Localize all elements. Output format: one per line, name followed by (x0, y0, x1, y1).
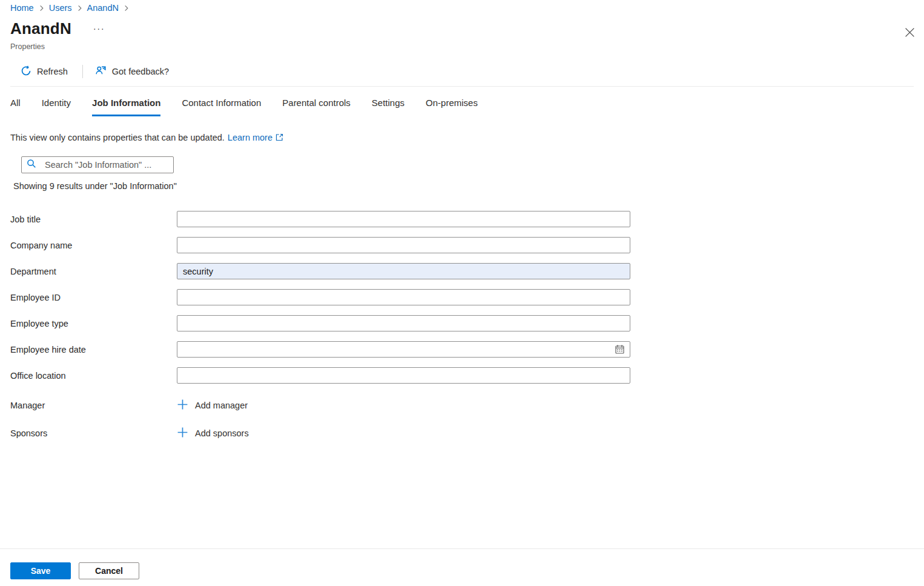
tab-settings[interactable]: Settings (372, 98, 404, 116)
form-row-office-location: Office location (10, 367, 914, 384)
plus-icon (177, 427, 188, 440)
toolbar-separator (82, 65, 83, 78)
company-name-input[interactable] (177, 237, 630, 253)
employee-type-input[interactable] (177, 315, 630, 331)
property-tabs: All Identity Job Information Contact Inf… (0, 87, 924, 116)
refresh-button[interactable]: Refresh (17, 63, 71, 81)
job-title-label: Job title (10, 215, 177, 224)
form-row-employee-id: Employee ID (10, 289, 914, 305)
form-row-job-title: Job title (10, 211, 914, 227)
department-label: Department (10, 267, 177, 276)
tab-on-premises[interactable]: On-premises (426, 98, 478, 116)
job-information-form: Job title Company name Department Employ… (10, 211, 914, 442)
plus-icon (177, 399, 188, 412)
close-icon (905, 27, 915, 39)
form-row-company-name: Company name (10, 237, 914, 253)
form-row-employee-hire-date: Employee hire date (10, 341, 914, 358)
job-title-input[interactable] (177, 211, 630, 227)
results-count-text: Showing 9 results under "Job Information… (13, 181, 914, 191)
more-options-button[interactable]: ··· (93, 24, 105, 33)
page-header: AnandN ··· (0, 13, 924, 38)
company-name-label: Company name (10, 241, 177, 250)
employee-id-label: Employee ID (10, 293, 177, 302)
search-box[interactable] (21, 156, 174, 173)
chevron-right-icon (123, 5, 130, 12)
external-link-icon (276, 133, 283, 143)
form-row-sponsors: Sponsors Add sponsors (10, 425, 914, 442)
info-text: This view only contains properties that … (10, 133, 225, 142)
got-feedback-button[interactable]: Got feedback? (91, 62, 173, 81)
breadcrumb-link-users[interactable]: Users (49, 3, 72, 13)
info-message: This view only contains properties that … (10, 133, 914, 142)
add-sponsors-label: Add sponsors (195, 428, 249, 438)
page-subtitle: Properties (0, 38, 924, 51)
form-row-employee-type: Employee type (10, 315, 914, 331)
breadcrumb: Home Users AnandN (0, 0, 924, 13)
refresh-icon (21, 65, 31, 78)
got-feedback-label: Got feedback? (112, 67, 169, 76)
sponsors-label: Sponsors (10, 428, 177, 438)
employee-hire-date-input[interactable] (177, 341, 630, 358)
search-icon (27, 159, 36, 171)
employee-hire-date-label: Employee hire date (10, 345, 177, 355)
form-row-manager: Manager Add manager (10, 397, 914, 414)
add-manager-label: Add manager (195, 401, 248, 410)
breadcrumb-link-anandn[interactable]: AnandN (87, 3, 119, 13)
tab-contact-information[interactable]: Contact Information (182, 98, 261, 116)
search-input[interactable] (44, 159, 168, 170)
refresh-label: Refresh (37, 67, 68, 76)
employee-type-label: Employee type (10, 319, 177, 328)
command-bar: Refresh Got feedback? (0, 62, 924, 81)
save-button[interactable]: Save (10, 562, 71, 579)
tab-identity[interactable]: Identity (42, 98, 71, 116)
form-row-department: Department (10, 263, 914, 279)
employee-id-input[interactable] (177, 289, 630, 305)
tab-all[interactable]: All (10, 98, 21, 116)
page-title: AnandN (10, 19, 71, 38)
manager-label: Manager (10, 401, 177, 410)
department-input[interactable] (177, 263, 630, 279)
close-button[interactable] (903, 27, 916, 40)
feedback-person-icon (95, 65, 107, 78)
learn-more-link[interactable]: Learn more (228, 133, 272, 142)
tab-parental-controls[interactable]: Parental controls (282, 98, 351, 116)
form-footer: Save Cancel (0, 548, 924, 579)
office-location-input[interactable] (177, 367, 630, 384)
add-manager-button[interactable]: Add manager (177, 399, 248, 412)
office-location-label: Office location (10, 371, 177, 381)
tab-job-information[interactable]: Job Information (92, 98, 160, 116)
chevron-right-icon (38, 5, 45, 12)
chevron-right-icon (76, 5, 83, 12)
breadcrumb-link-home[interactable]: Home (10, 3, 34, 13)
add-sponsors-button[interactable]: Add sponsors (177, 427, 249, 440)
cancel-button[interactable]: Cancel (79, 562, 139, 579)
